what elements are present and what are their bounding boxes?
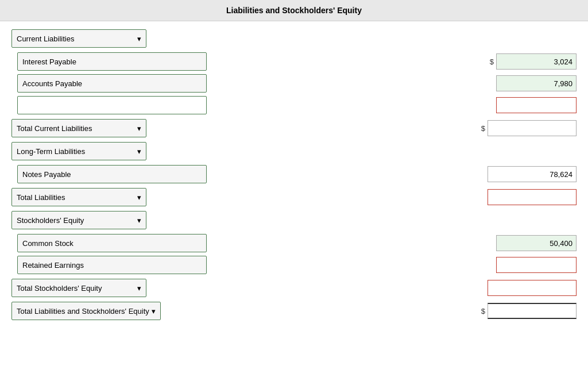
notes-payable-amount-group (476, 166, 577, 182)
dropdown-arrow-tse: ▾ (137, 284, 141, 293)
common-stock-box: Common Stock (17, 234, 207, 252)
notes-payable-label: Notes Payable (22, 170, 71, 179)
retained-earnings-input[interactable] (496, 257, 577, 273)
empty-payable-box (17, 96, 207, 114)
dropdown-arrow-tle: ▾ (152, 307, 156, 316)
dropdown-arrow-total-cl: ▾ (137, 124, 141, 133)
dropdown-arrow-icon: ▾ (137, 34, 141, 43)
interest-payable-input[interactable] (496, 53, 577, 70)
common-stock-amount-group (485, 235, 577, 251)
common-stock-input[interactable] (496, 235, 577, 251)
empty-amount-group (485, 97, 577, 113)
notes-payable-row: Notes Payable (17, 165, 577, 183)
common-stock-row: Common Stock (17, 234, 577, 252)
dropdown-arrow-se: ▾ (137, 216, 141, 225)
current-liabilities-selector[interactable]: Current Liabilities ▾ (11, 29, 146, 48)
common-stock-label: Common Stock (22, 239, 74, 248)
content-area: Current Liabilities ▾ Interest Payable $… (0, 21, 588, 330)
total-current-liabilities-selector[interactable]: Total Current Liabilities ▾ (11, 119, 146, 137)
total-liabilities-selector[interactable]: Total Liabilities ▾ (11, 188, 146, 206)
interest-payable-box: Interest Payable (17, 52, 207, 71)
total-stockholders-equity-amount-group (488, 280, 577, 296)
dropdown-arrow-ltl: ▾ (137, 147, 141, 156)
retained-earnings-row: Retained Earnings (17, 256, 577, 274)
notes-payable-input[interactable] (488, 166, 577, 182)
total-stockholders-equity-row: Total Stockholders' Equity ▾ (11, 279, 577, 297)
dollar-sign-interest: $ (490, 57, 494, 66)
long-term-liabilities-label: Long-Term Liabilities (17, 147, 85, 156)
dollar-sign-total-cl: $ (481, 124, 485, 133)
total-liabilities-equity-selector[interactable]: Total Liabilities and Stockholders' Equi… (11, 302, 161, 320)
total-current-liabilities-amount-group: $ (481, 120, 577, 136)
total-current-liabilities-input[interactable] (488, 120, 577, 136)
accounts-payable-amount-group (485, 75, 577, 91)
stockholders-equity-row: Stockholders' Equity ▾ (11, 211, 577, 229)
long-term-liabilities-row: Long-Term Liabilities ▾ (11, 142, 577, 160)
interest-payable-amount-group: $ (490, 53, 577, 70)
total-liabilities-label: Total Liabilities (17, 193, 65, 202)
current-liabilities-label: Current Liabilities (17, 34, 74, 43)
accounts-payable-box: Accounts Payable (17, 74, 207, 93)
retained-earnings-box: Retained Earnings (17, 256, 207, 274)
empty-payable-input[interactable] (496, 97, 577, 113)
current-liabilities-row: Current Liabilities ▾ (11, 29, 577, 48)
total-liabilities-amount-group (488, 189, 577, 205)
dollar-sign-total-tle: $ (481, 307, 485, 316)
main-container: Liabilities and Stockholders' Equity Cur… (0, 0, 588, 330)
total-current-liabilities-row: Total Current Liabilities ▾ $ (11, 119, 577, 137)
total-liabilities-equity-input[interactable] (488, 303, 577, 319)
retained-earnings-amount-group (485, 257, 577, 273)
total-liabilities-row: Total Liabilities ▾ (11, 188, 577, 206)
accounts-payable-input[interactable] (496, 75, 577, 91)
notes-payable-box: Notes Payable (17, 165, 207, 183)
total-stockholders-equity-selector[interactable]: Total Stockholders' Equity ▾ (11, 279, 146, 297)
total-stockholders-equity-label: Total Stockholders' Equity (17, 284, 102, 293)
section-header: Liabilities and Stockholders' Equity (0, 0, 588, 21)
accounts-payable-row: Accounts Payable (17, 74, 577, 93)
retained-earnings-label: Retained Earnings (22, 261, 84, 270)
accounts-payable-label: Accounts Payable (22, 79, 82, 88)
total-liabilities-equity-label: Total Liabilities and Stockholders' Equi… (17, 307, 149, 316)
stockholders-equity-selector[interactable]: Stockholders' Equity ▾ (11, 211, 146, 229)
stockholders-equity-label: Stockholders' Equity (17, 216, 84, 225)
interest-payable-row: Interest Payable $ (17, 52, 577, 71)
total-liabilities-equity-amount-group: $ (481, 303, 577, 319)
total-current-liabilities-label: Total Current Liabilities (17, 124, 92, 133)
interest-payable-label: Interest Payable (22, 57, 76, 66)
dropdown-arrow-tl: ▾ (137, 193, 141, 202)
long-term-liabilities-selector[interactable]: Long-Term Liabilities ▾ (11, 142, 146, 160)
total-stockholders-equity-input[interactable] (488, 280, 577, 296)
total-liabilities-equity-row: Total Liabilities and Stockholders' Equi… (11, 302, 577, 320)
header-title: Liabilities and Stockholders' Equity (226, 6, 362, 15)
total-liabilities-input[interactable] (488, 189, 577, 205)
empty-payable-row (17, 96, 577, 114)
